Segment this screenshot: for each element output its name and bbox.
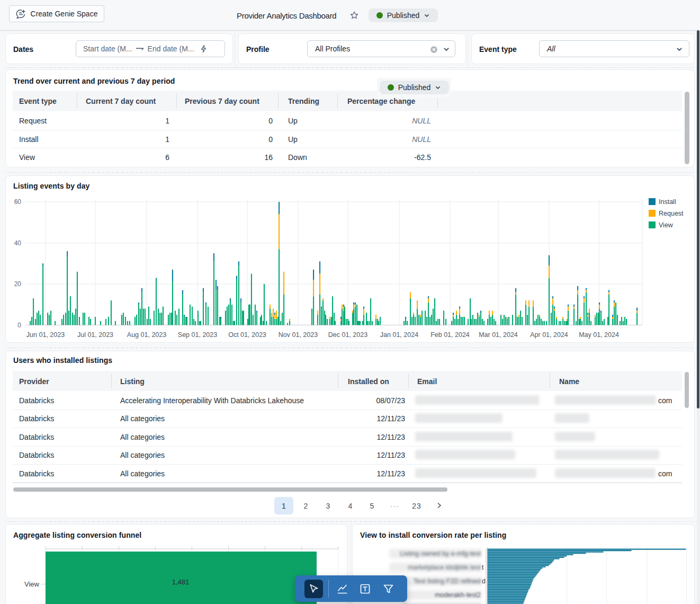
svg-text:0: 0 <box>17 322 21 329</box>
svg-text:View: View <box>659 221 674 229</box>
svg-text:Oct 01, 2023: Oct 01, 2023 <box>228 331 266 339</box>
svg-text:Jul 01, 2023: Jul 01, 2023 <box>77 331 113 339</box>
svg-text:60: 60 <box>14 198 22 206</box>
svg-text:Sep 01, 2023: Sep 01, 2023 <box>178 331 217 339</box>
svg-text:View: View <box>24 580 40 588</box>
svg-text:Mar 01, 2024: Mar 01, 2024 <box>479 331 518 339</box>
svg-text:May 01, 2024: May 01, 2024 <box>579 331 619 339</box>
svg-text:Jun 01, 2023: Jun 01, 2023 <box>26 331 65 339</box>
svg-text:Nov 01, 2023: Nov 01, 2023 <box>279 331 318 339</box>
svg-text:Aug 01, 2023: Aug 01, 2023 <box>127 331 166 339</box>
svg-text:Install: Install <box>659 198 676 206</box>
svg-text:Dec 01, 2023: Dec 01, 2023 <box>328 331 367 339</box>
svg-text:Jan 01, 2024: Jan 01, 2024 <box>380 331 418 339</box>
svg-text:40: 40 <box>14 239 22 247</box>
svg-text:Apr 01, 2024: Apr 01, 2024 <box>530 331 568 339</box>
svg-text:Feb 01, 2024: Feb 01, 2024 <box>430 331 470 339</box>
svg-text:1,481: 1,481 <box>172 578 190 586</box>
svg-text:20: 20 <box>14 280 22 288</box>
svg-text:Request: Request <box>659 210 684 217</box>
